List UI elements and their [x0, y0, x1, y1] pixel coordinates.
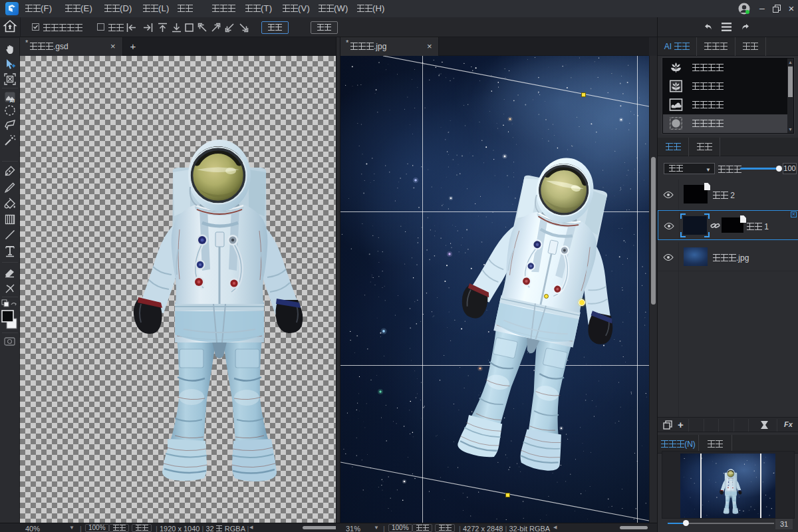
- svg-text:AI: AI: [10, 98, 15, 104]
